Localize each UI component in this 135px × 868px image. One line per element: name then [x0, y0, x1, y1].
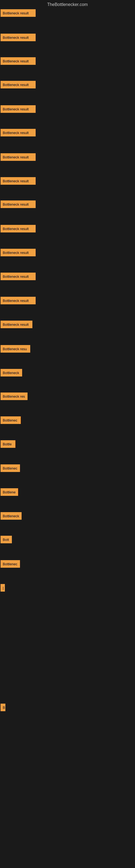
- bottleneck-bar[interactable]: Bottleneck result: [1, 273, 36, 280]
- bottleneck-bar[interactable]: Bottleneck res: [1, 393, 28, 400]
- bottleneck-bar[interactable]: Bottleneck result: [1, 177, 36, 185]
- bottleneck-bar[interactable]: Bottleneck result: [1, 9, 36, 17]
- bottleneck-bar[interactable]: Bottleneck result: [1, 297, 36, 304]
- bottleneck-bar[interactable]: Bottleneck result: [1, 249, 36, 256]
- bottleneck-bar[interactable]: Bottleneck result: [1, 153, 36, 161]
- bottleneck-bar[interactable]: Bottleneck: [1, 512, 21, 520]
- bottleneck-bar[interactable]: Bottleneck result: [1, 57, 36, 65]
- bottleneck-bar[interactable]: Bottleneck result: [1, 105, 36, 113]
- bottleneck-bar[interactable]: Bottleneck: [1, 369, 22, 376]
- bottleneck-bar[interactable]: Bottlene: [1, 488, 18, 496]
- bottleneck-bar[interactable]: Bottlenec: [1, 560, 20, 568]
- bottleneck-bar[interactable]: B: [1, 704, 5, 711]
- bottleneck-bar[interactable]: Bottleneck result: [1, 200, 36, 208]
- bottleneck-bar[interactable]: Bottle: [1, 440, 15, 448]
- bottleneck-bar[interactable]: |: [1, 584, 5, 592]
- site-title: TheBottlenecker.com: [0, 0, 135, 9]
- bottleneck-bar[interactable]: Bott: [1, 536, 12, 543]
- bottleneck-bar[interactable]: Bottleneck resu: [1, 345, 30, 352]
- bottleneck-bar[interactable]: Bottleneck result: [1, 129, 36, 136]
- bottleneck-bar[interactable]: Bottleneck result: [1, 321, 32, 328]
- bottleneck-bar[interactable]: Bottlenec: [1, 464, 20, 472]
- bottleneck-bar[interactable]: Bottleneck result: [1, 34, 36, 41]
- bottleneck-bar[interactable]: Bottleneck result: [1, 225, 36, 232]
- bottleneck-bar[interactable]: Bottlenec: [1, 416, 21, 424]
- bottleneck-bar[interactable]: Bottleneck result: [1, 81, 36, 88]
